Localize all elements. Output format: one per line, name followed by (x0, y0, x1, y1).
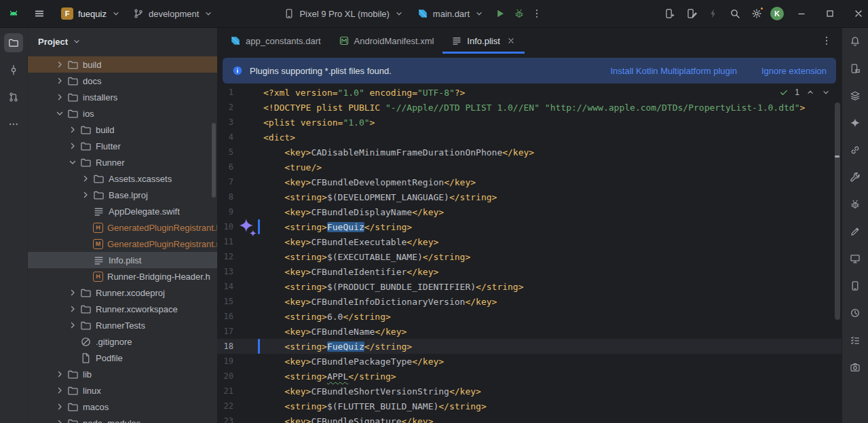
settings-icon[interactable] (751, 8, 762, 19)
close-button[interactable] (853, 8, 864, 19)
code-line-18[interactable]: 18 <string>FueQuiz</string> (217, 339, 842, 354)
chevron-right-icon[interactable] (54, 385, 65, 396)
chevron-right-icon[interactable] (67, 304, 78, 314)
code-line-8[interactable]: 8 <string>$(DEVELOPMENT_LANGUAGE)</strin… (217, 189, 842, 204)
tab-androidmanifest-xml[interactable]: AndroidManifest.xml (330, 28, 443, 54)
project-selector[interactable]: F fuequiz (61, 7, 121, 20)
tree-item-assets-xcassets[interactable]: Assets.xcassets (28, 170, 217, 187)
install-plugin-link[interactable]: Install Kotlin Multiplatform plugin (610, 66, 736, 76)
chevron-right-icon[interactable] (67, 141, 78, 151)
tree-item-appdelegate-swift[interactable]: AppDelegate.swift (28, 203, 217, 219)
code-line-20[interactable]: 20 <string>APPL</string> (217, 369, 842, 384)
code-line-3[interactable]: 3<plist version="1.0"> (217, 115, 842, 130)
tool-strip-running-devices[interactable] (847, 251, 863, 267)
tree-item-ios[interactable]: ios (28, 105, 217, 122)
chevron-right-icon[interactable] (54, 59, 65, 70)
tool-strip-gemini-edit[interactable] (847, 223, 863, 240)
pair-devices-icon[interactable] (664, 8, 675, 19)
code-line-21[interactable]: 21 <key>CFBundleShortVersionString</key> (217, 384, 842, 399)
tool-strip-screenshot[interactable] (847, 359, 863, 375)
tab-app-constants-dart[interactable]: app_constants.dart (221, 28, 330, 54)
tab-options-icon[interactable] (821, 35, 832, 46)
tool-strip-device-explorer[interactable] (847, 60, 863, 77)
chevron-right-icon[interactable] (54, 75, 65, 86)
code-line-10[interactable]: 10 <string>FueQuiz</string> (217, 219, 842, 234)
code-line-4[interactable]: 4<dict> (217, 130, 842, 145)
search-everywhere-icon[interactable] (730, 8, 740, 19)
tree-item-generatedpluginregistrant-h[interactable]: HGeneratedPluginRegistrant.h (28, 219, 217, 236)
tree-item-macos[interactable]: macos (28, 399, 217, 415)
tree-item-base-lproj[interactable]: Base.lproj (28, 187, 217, 203)
tree-item-runner-xcworkspace[interactable]: Runner.xcworkspace (28, 301, 217, 317)
chevron-right-icon[interactable] (80, 189, 91, 200)
chevron-right-icon[interactable] (67, 320, 78, 331)
next-problem-icon[interactable] (821, 88, 831, 97)
tool-strip-app-links-assistant[interactable] (847, 142, 863, 158)
tool-strip-gemini[interactable] (847, 115, 863, 131)
chevron-down-icon[interactable] (67, 157, 78, 168)
code-line-12[interactable]: 12 <string>$(EXECUTABLE_NAME)</string> (217, 249, 842, 264)
tree-item-installers[interactable]: installers (28, 89, 217, 105)
code-line-11[interactable]: 11 <key>CFBundleExecutable</key> (217, 234, 842, 249)
chevron-right-icon[interactable] (54, 92, 65, 103)
main-menu-icon[interactable] (34, 8, 45, 19)
tool-strip-notifications[interactable] (847, 33, 863, 50)
chevron-down-icon[interactable] (54, 108, 65, 119)
code-line-17[interactable]: 17 <key>CFBundleName</key> (217, 324, 842, 339)
code-line-22[interactable]: 22 <string>$(FLUTTER_BUILD_NAME)</string… (217, 399, 842, 413)
tool-strip-todo[interactable] (847, 332, 863, 348)
device-mirror-icon[interactable] (686, 8, 697, 19)
debug-button[interactable] (514, 8, 525, 19)
code-line-2[interactable]: 2<!DOCTYPE plist PUBLIC "-//Apple//DTD P… (217, 100, 842, 115)
tool-strip-project-tool-window[interactable] (4, 33, 23, 52)
code-line-14[interactable]: 14 <string>$(PRODUCT_BUNDLE_IDENTIFIER)<… (217, 279, 842, 294)
code-line-16[interactable]: 16 <string>6.0</string> (217, 309, 842, 324)
code-line-23[interactable]: 23 <key>CFBundleSignature</key> (217, 413, 842, 423)
branch-selector[interactable]: development (133, 8, 213, 19)
tree-item-info-plist[interactable]: Info.plist (28, 252, 217, 268)
more-actions-icon[interactable] (531, 8, 542, 19)
maximize-button[interactable] (825, 8, 835, 19)
ai-sparkle-icon[interactable] (236, 221, 258, 233)
chevron-right-icon[interactable] (54, 418, 65, 423)
tree-item-runner[interactable]: Runner (28, 154, 217, 170)
chevron-right-icon[interactable] (80, 173, 91, 184)
run-button[interactable] (495, 8, 506, 19)
tree-item-runner-xcodeproj[interactable]: Runner.xcodeproj (28, 284, 217, 301)
tab-info-plist[interactable]: Info.plist (442, 28, 524, 54)
tool-strip-app-quality-insights[interactable] (847, 196, 863, 213)
tool-strip-device-manager[interactable] (847, 278, 863, 294)
tool-strip-resource-manager[interactable] (847, 88, 863, 104)
tree-item-linux[interactable]: linux (28, 382, 217, 399)
device-selector[interactable]: Pixel 9 Pro XL (mobile) (284, 8, 403, 19)
tool-strip-commit-tool-window[interactable] (4, 60, 23, 79)
user-avatar[interactable]: K (770, 7, 784, 20)
tree-item-runner-bridging-header-h[interactable]: HRunner-Bridging-Header.h (28, 268, 217, 284)
tool-strip-build-tool-window[interactable] (847, 169, 863, 185)
tree-item--gitignore[interactable]: .gitignore (28, 333, 217, 350)
chevron-right-icon[interactable] (54, 369, 65, 380)
project-panel-header[interactable]: Project (28, 28, 217, 55)
chevron-right-icon[interactable] (67, 287, 78, 298)
inspection-widget[interactable]: 1 (779, 88, 831, 97)
tree-item-docs[interactable]: docs (28, 73, 217, 89)
code-line-6[interactable]: 6 <true/> (217, 160, 842, 174)
close-tab-icon[interactable] (506, 36, 516, 45)
project-scrollbar[interactable] (212, 123, 216, 198)
chevron-right-icon[interactable] (67, 124, 78, 135)
code-editor[interactable]: 1<?xml version="1.0" encoding="UTF-8"?>2… (217, 84, 842, 423)
previous-problem-icon[interactable] (806, 88, 815, 97)
tree-item-build[interactable]: build (28, 56, 217, 73)
tree-item-node-modules[interactable]: node_modules (28, 415, 217, 423)
code-line-5[interactable]: 5 <key>CADisableMinimumFrameDurationOnPh… (217, 145, 842, 160)
code-line-15[interactable]: 15 <key>CFBundleInfoDictionaryVersion</k… (217, 294, 842, 309)
code-line-19[interactable]: 19 <key>CFBundlePackageType</key> (217, 354, 842, 369)
chevron-right-icon[interactable] (54, 401, 65, 412)
code-line-7[interactable]: 7 <key>CFBundleDevelopmentRegion</key> (217, 174, 842, 189)
editor-scrollbar[interactable] (835, 103, 840, 320)
tree-item-build[interactable]: build (28, 122, 217, 138)
tree-item-generatedpluginregistrant-m[interactable]: MGeneratedPluginRegistrant.m (28, 236, 217, 252)
tree-item-lib[interactable]: lib (28, 366, 217, 382)
tool-strip-more-tool-windows[interactable] (4, 115, 23, 134)
tree-item-flutter[interactable]: Flutter (28, 138, 217, 154)
